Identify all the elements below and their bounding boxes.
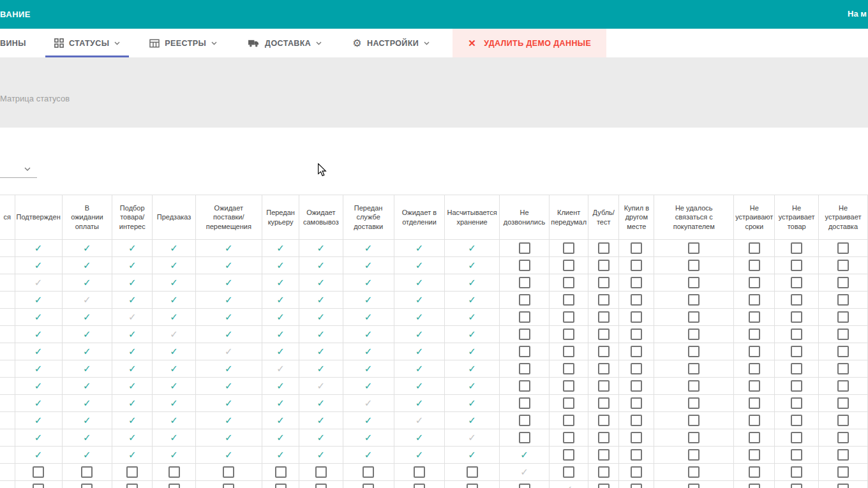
checkbox-unchecked[interactable] [126, 466, 138, 478]
check-icon[interactable]: ✓ [468, 312, 476, 322]
checkbox-unchecked[interactable] [519, 242, 530, 254]
check-icon[interactable]: ✓ [128, 260, 137, 270]
checkbox-unchecked[interactable] [563, 242, 574, 254]
checkbox-unchecked[interactable] [791, 311, 802, 323]
checkbox-unchecked[interactable] [563, 260, 574, 271]
check-icon[interactable]: ✓ [276, 260, 285, 270]
check-icon[interactable]: ✓ [468, 398, 476, 408]
check-icon[interactable]: ✓ [170, 364, 178, 373]
check-icon[interactable]: ✓ [170, 243, 178, 253]
checkbox-unchecked[interactable] [837, 260, 849, 271]
check-icon[interactable]: ✓ [415, 260, 424, 270]
check-icon[interactable]: ✓ [128, 277, 137, 287]
checkbox-unchecked[interactable] [631, 397, 642, 409]
check-icon[interactable]: ✓ [468, 243, 476, 253]
check-icon[interactable]: ✓ [83, 329, 91, 339]
check-icon[interactable]: ✓ [83, 277, 91, 287]
check-icon[interactable]: ✓ [225, 243, 233, 253]
checkbox-unchecked[interactable] [563, 346, 574, 357]
checkbox-unchecked[interactable] [749, 311, 760, 323]
nav-item-settings[interactable]: ⚙ НАСТРОЙКИ [343, 29, 438, 57]
checkbox-unchecked[interactable] [837, 329, 849, 340]
checkbox-unchecked[interactable] [791, 329, 802, 340]
checkbox-unchecked[interactable] [519, 329, 530, 340]
checkbox-unchecked[interactable] [837, 363, 849, 374]
checkbox-unchecked[interactable] [563, 415, 574, 426]
checkbox-unchecked[interactable] [791, 415, 802, 426]
checkbox-unchecked[interactable] [563, 432, 574, 443]
check-icon[interactable]: ✓ [276, 346, 285, 356]
checkbox-unchecked[interactable] [749, 294, 760, 306]
checkbox-unchecked[interactable] [598, 329, 610, 340]
checkbox-unchecked[interactable] [631, 432, 642, 443]
checkbox-unchecked[interactable] [631, 260, 642, 271]
checkbox-unchecked[interactable] [688, 329, 700, 340]
checkbox-unchecked[interactable] [598, 277, 610, 288]
checkbox-unchecked[interactable] [519, 294, 530, 306]
checkbox-unchecked[interactable] [749, 329, 760, 340]
check-icon[interactable]: ✓ [128, 364, 137, 373]
check-icon[interactable]: ✓ [170, 450, 178, 459]
checkbox-unchecked[interactable] [837, 415, 849, 426]
checkbox-unchecked[interactable] [33, 484, 44, 488]
check-icon[interactable]: ✓ [317, 243, 326, 253]
checkbox-unchecked[interactable] [631, 294, 642, 306]
checkbox-unchecked[interactable] [749, 415, 760, 426]
check-icon[interactable]: ✓ [128, 243, 137, 253]
check-icon[interactable]: ✓ [415, 398, 424, 408]
checkbox-unchecked[interactable] [631, 311, 642, 323]
check-icon[interactable]: ✓ [225, 381, 233, 390]
check-icon[interactable]: ✓ [415, 329, 424, 339]
checkbox-unchecked[interactable] [791, 466, 802, 478]
checkbox-unchecked[interactable] [791, 432, 802, 443]
checkbox-unchecked[interactable] [688, 449, 700, 461]
checkbox-unchecked[interactable] [598, 432, 610, 443]
checkbox-unchecked[interactable] [837, 311, 849, 323]
check-icon[interactable]: ✓ [415, 381, 424, 390]
check-icon[interactable]: ✓ [83, 398, 91, 408]
checkbox-unchecked[interactable] [631, 242, 642, 254]
check-icon[interactable]: ✓ [34, 398, 43, 408]
checkbox-unchecked[interactable] [563, 329, 574, 340]
checkbox-unchecked[interactable] [414, 484, 425, 488]
check-icon[interactable]: ✓ [34, 329, 43, 339]
checkbox-unchecked[interactable] [563, 363, 574, 374]
check-icon[interactable]: ✓ [128, 415, 137, 425]
check-icon[interactable]: ✓ [276, 415, 285, 425]
checkbox-unchecked[interactable] [791, 277, 802, 288]
check-icon[interactable]: ✓ [364, 243, 373, 253]
check-icon[interactable]: ✓ [276, 433, 285, 442]
checkbox-unchecked[interactable] [363, 484, 374, 488]
check-icon[interactable]: ✓ [276, 329, 285, 339]
checkbox-unchecked[interactable] [363, 466, 374, 478]
check-icon[interactable]: ✓ [34, 346, 43, 356]
checkbox-unchecked[interactable] [791, 242, 802, 254]
delete-demo-data-button[interactable]: ✕ УДАЛИТЬ ДЕМО ДАННЫЕ [453, 29, 606, 57]
check-icon[interactable]: ✓ [34, 433, 43, 442]
check-icon[interactable]: ✓ [276, 277, 285, 287]
check-icon[interactable]: ✓ [364, 329, 373, 339]
check-icon[interactable]: ✓ [415, 295, 424, 304]
checkbox-unchecked[interactable] [631, 415, 642, 426]
check-icon[interactable]: ✓ [225, 364, 233, 373]
checkbox-unchecked[interactable] [223, 466, 234, 478]
checkbox-unchecked[interactable] [598, 346, 610, 357]
check-icon[interactable]: ✓ [83, 364, 91, 373]
checkbox-unchecked[interactable] [519, 260, 530, 271]
checkbox-unchecked[interactable] [749, 277, 760, 288]
check-icon[interactable]: ✓ [83, 346, 91, 356]
checkbox-unchecked[interactable] [126, 484, 138, 488]
check-icon[interactable]: ✓ [83, 243, 91, 253]
checkbox-unchecked[interactable] [749, 466, 760, 478]
checkbox-unchecked[interactable] [598, 397, 610, 409]
check-icon[interactable]: ✓ [170, 433, 178, 442]
checkbox-unchecked[interactable] [749, 484, 760, 488]
check-icon[interactable]: ✓ [34, 260, 43, 270]
checkbox-unchecked[interactable] [688, 432, 700, 443]
nav-item-statuses[interactable]: СТАТУСЫ [45, 29, 129, 57]
checkbox-unchecked[interactable] [598, 466, 610, 478]
checkbox-unchecked[interactable] [688, 466, 700, 478]
check-icon[interactable]: ✓ [317, 450, 326, 459]
checkbox-unchecked[interactable] [563, 380, 574, 392]
check-icon[interactable]: ✓ [415, 277, 424, 287]
